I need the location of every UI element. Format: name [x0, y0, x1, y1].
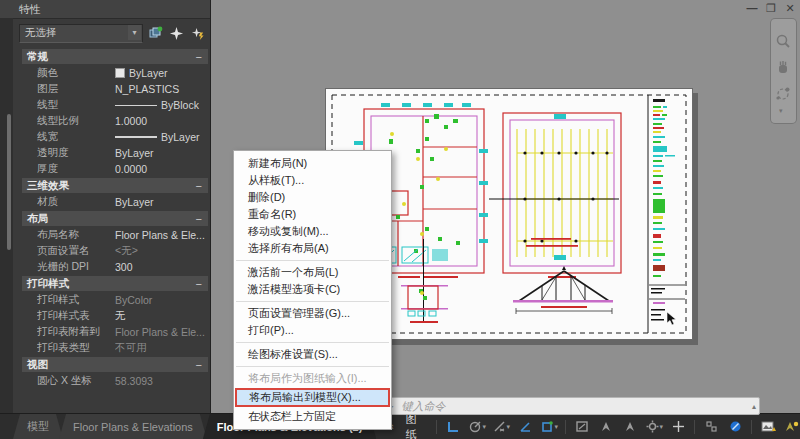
linetype-glyph: [115, 105, 157, 106]
command-history-icon[interactable]: ▴: [752, 402, 756, 411]
prop-row-center-x[interactable]: 圆心 X 坐标 58.3093: [13, 373, 210, 389]
menu-item-select-all-layouts[interactable]: 选择所有布局(A): [234, 240, 391, 257]
section-header-3d[interactable]: 三维效果 −: [22, 178, 208, 193]
properties-palette: 特性 无选择 ▾: [0, 0, 211, 414]
tab-floor-plans[interactable]: Floor Plans & Elevations: [59, 414, 207, 439]
menu-item-plot[interactable]: 打印(P)...: [234, 322, 391, 339]
prop-row-material[interactable]: 材质 ByLayer: [13, 194, 210, 210]
floor-plan-right: [489, 113, 621, 278]
window-controls: — ❐ ✕: [746, 2, 796, 15]
prop-row-linetype[interactable]: 线型 ByBlock: [13, 97, 210, 113]
annotation-autoscale-icon[interactable]: [595, 417, 617, 436]
zoom-tool-icon[interactable]: [774, 33, 792, 51]
mouse-cursor: [666, 312, 678, 326]
prop-row-lineweight[interactable]: 线宽 ByLayer: [13, 129, 210, 145]
prop-row-transparency[interactable]: 透明度 ByLayer: [13, 145, 210, 161]
selection-dropdown-value: 无选择: [25, 26, 57, 40]
prop-row-layer[interactable]: 图层 N_PLASTICS: [13, 81, 210, 97]
section-header-layout[interactable]: 布局 −: [22, 211, 208, 226]
menu-item-activate-model-tab[interactable]: 激活模型选项卡(C): [234, 281, 391, 298]
color-swatch: [115, 68, 125, 78]
ortho-icon[interactable]: [442, 417, 464, 436]
layout-context-menu: 新建布局(N) 从样板(T)... 删除(D) 重命名(R) 移动或复制(M).…: [233, 150, 392, 430]
close-button[interactable]: ✕: [784, 2, 796, 15]
crosshair-plus-icon[interactable]: [667, 417, 689, 436]
units-icon[interactable]: [700, 417, 722, 436]
palette-scrollbar[interactable]: [7, 114, 11, 250]
collapse-icon[interactable]: −: [196, 278, 202, 290]
restore-button[interactable]: ❐: [765, 2, 777, 15]
collapse-icon[interactable]: −: [196, 51, 202, 63]
menu-separator: [236, 260, 389, 261]
polar-tracking-icon[interactable]: ▾: [466, 417, 488, 436]
isometric-drafting-icon[interactable]: ▾: [490, 417, 512, 436]
section-header-plot-style[interactable]: 打印样式 −: [22, 276, 208, 291]
menu-separator: [236, 301, 389, 302]
menu-item-from-template[interactable]: 从样板(T)...: [234, 172, 391, 189]
orbit-tool-icon[interactable]: [774, 85, 792, 103]
navbar-more-icon[interactable]: ▾: [779, 107, 783, 115]
isolate-objects-icon[interactable]: [757, 417, 779, 436]
menu-item-rename[interactable]: 重命名(R): [234, 206, 391, 223]
prop-row-plot-table-attached[interactable]: 打印表附着到 Floor Plans & Ele...: [13, 324, 210, 340]
menu-item-import-layout-as-sheet[interactable]: 将布局作为图纸输入(I)...: [234, 370, 391, 387]
toggle-pickadd-icon[interactable]: [189, 25, 206, 42]
section-detail: [401, 285, 448, 323]
paper-space-button[interactable]: 图纸: [400, 417, 431, 436]
object-snap-tracking-icon[interactable]: [514, 417, 536, 436]
workspace-gear-icon[interactable]: ▾: [643, 417, 665, 436]
palette-title: 特性: [19, 2, 41, 17]
hardware-acceleration-icon[interactable]: [724, 417, 746, 436]
menu-item-new-layout[interactable]: 新建布局(N): [234, 155, 391, 172]
annotation-scale-icon[interactable]: [619, 417, 641, 436]
collapse-icon[interactable]: −: [196, 359, 202, 371]
section-header-view[interactable]: 视图 −: [22, 357, 208, 372]
pan-hand-icon[interactable]: [774, 59, 792, 77]
menu-item-activate-previous-layout[interactable]: 激活前一个布局(L): [234, 264, 391, 281]
menu-item-page-setup-manager[interactable]: 页面设置管理器(G)...: [234, 305, 391, 322]
collapse-icon[interactable]: −: [196, 213, 202, 225]
selection-toolbar: 无选择 ▾: [13, 18, 210, 48]
palette-titlebar[interactable]: 特性: [0, 0, 210, 19]
graphics-performance-icon[interactable]: [781, 417, 800, 436]
menu-item-dock-above-status-bar[interactable]: 在状态栏上方固定: [234, 408, 391, 425]
command-prompt[interactable]: 键入命令: [402, 399, 446, 414]
prop-row-thickness[interactable]: 厚度 0.0000: [13, 161, 210, 177]
pick-objects-icon[interactable]: [168, 25, 185, 42]
menu-item-delete[interactable]: 删除(D): [234, 189, 391, 206]
menu-item-export-layout-to-model[interactable]: 将布局输出到模型(X)...: [235, 388, 390, 407]
palette-grip[interactable]: [0, 18, 13, 414]
annotation-visibility-icon[interactable]: [571, 417, 593, 436]
prop-row-plot-table-type[interactable]: 打印表类型 不可用: [13, 340, 210, 356]
bottom-bar: 模型 Floor Plans & Elevations Floor Plans …: [0, 413, 800, 439]
minimize-button[interactable]: —: [746, 2, 758, 15]
quick-select-icon[interactable]: [147, 25, 164, 42]
lineweight-glyph: [115, 136, 157, 138]
chevron-down-icon[interactable]: ▾: [128, 25, 141, 40]
navigation-bar: ▾: [770, 18, 797, 124]
menu-item-drawing-standard-setup[interactable]: 绘图标准设置(S)...: [234, 346, 391, 363]
menu-separator: [236, 342, 389, 343]
prop-row-color[interactable]: 颜色 ByLayer: [13, 65, 210, 81]
selection-dropdown[interactable]: 无选择 ▾: [19, 24, 143, 43]
prop-row-linetype-scale[interactable]: 线型比例 1.0000: [13, 113, 210, 129]
autocad-window: ▾ — ❐ ✕ 特性 无选择 ▾: [0, 0, 800, 439]
status-bar: 图纸 ▾ ▾ ▾: [400, 414, 800, 439]
menu-item-move-or-copy[interactable]: 移动或复制(M)...: [234, 223, 391, 240]
tab-model[interactable]: 模型: [13, 414, 63, 439]
prop-row-page-setup[interactable]: 页面设置名 <无>: [13, 243, 210, 259]
prop-row-plot-style[interactable]: 打印样式 ByColor: [13, 292, 210, 308]
prop-row-raster-dpi[interactable]: 光栅的 DPI 300: [13, 259, 210, 275]
collapse-icon[interactable]: −: [196, 180, 202, 192]
object-snap-icon[interactable]: ▾: [538, 417, 560, 436]
section-header-general[interactable]: 常规 −: [22, 49, 208, 64]
prop-row-layout-name[interactable]: 布局名称 Floor Plans & Ele...: [13, 227, 210, 243]
prop-row-plot-style-table[interactable]: 打印样式表 无: [13, 308, 210, 324]
palette-body: 无选择 ▾: [13, 18, 210, 414]
menu-separator: [236, 366, 389, 367]
legend-strip: [651, 99, 675, 321]
